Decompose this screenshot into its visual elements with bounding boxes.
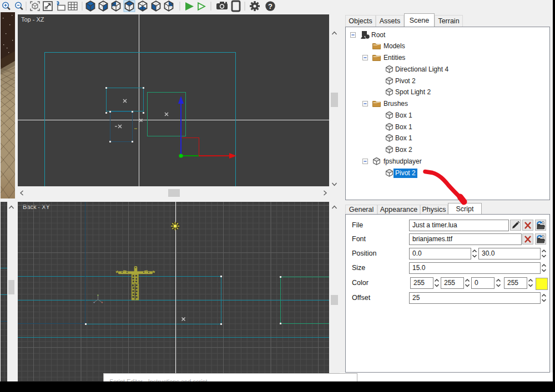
svg-text:?: ? (268, 2, 273, 11)
